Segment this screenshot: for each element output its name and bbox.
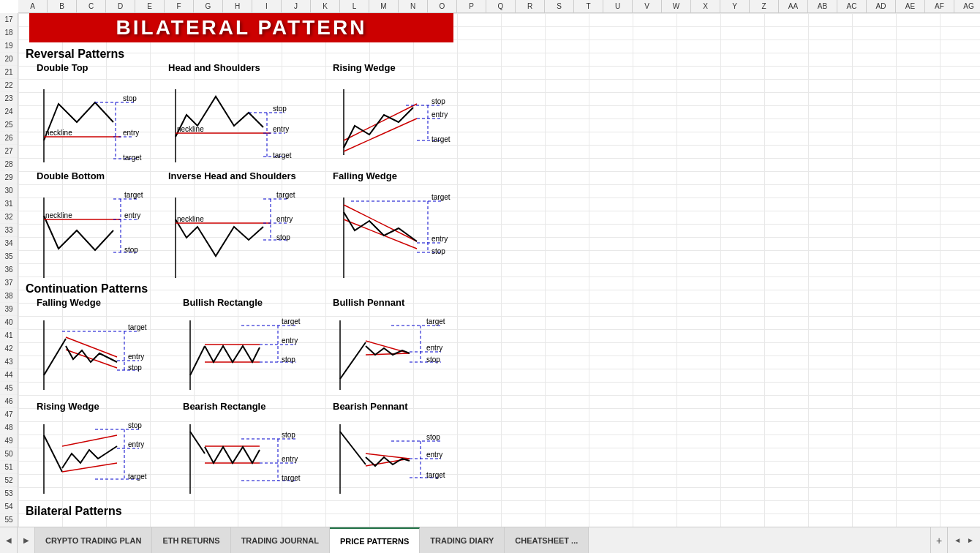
bearish-rect-group: Bearish Rectangle stop entry targe xyxy=(183,401,311,511)
col-ae[interactable]: AE xyxy=(896,0,925,12)
svg-line-117 xyxy=(366,454,410,459)
bilateral-label: Bilateral Patterns xyxy=(26,505,122,517)
continuation-section-header: Continuation Patterns xyxy=(26,282,148,296)
col-d[interactable]: D xyxy=(106,0,135,12)
svg-line-96 xyxy=(62,463,117,472)
col-i[interactable]: I xyxy=(252,0,282,12)
tab-eth-returns[interactable]: ETH RETURNS xyxy=(152,527,230,553)
svg-text:target: target xyxy=(276,191,295,199)
svg-line-61 xyxy=(44,339,66,375)
head-shoulders-title: Head and Shoulders xyxy=(168,62,300,73)
bullish-rect-group: Bullish Rectangle target entry sto xyxy=(183,297,311,407)
svg-text:entry: entry xyxy=(426,344,442,352)
col-p[interactable]: P xyxy=(457,0,486,12)
bullish-rect-title: Bullish Rectangle xyxy=(183,297,311,308)
tab-price-patterns[interactable]: PRICE PATTERNS xyxy=(330,527,420,553)
bullish-rect-svg: target entry stop xyxy=(183,309,311,405)
col-ad[interactable]: AD xyxy=(867,0,896,12)
tab-bar: ◀ ▶ CRYPTO TRADING PLAN ETH RETURNS TRAD… xyxy=(0,527,980,553)
tab-add-button[interactable]: + xyxy=(930,527,948,553)
col-j[interactable]: J xyxy=(282,0,311,12)
col-af[interactable]: AF xyxy=(925,0,954,12)
svg-text:stop: stop xyxy=(273,105,287,113)
tab-scroll-buttons: ◄ ► xyxy=(948,535,980,546)
svg-text:stop: stop xyxy=(282,356,295,364)
svg-text:entry: entry xyxy=(282,455,298,463)
col-o[interactable]: O xyxy=(428,0,457,12)
col-a[interactable]: A xyxy=(18,0,48,12)
falling-wedge-cont-group: Falling Wedge target entry stop xyxy=(37,297,157,407)
svg-text:target: target xyxy=(123,154,142,162)
col-s[interactable]: S xyxy=(545,0,574,12)
grid-background xyxy=(18,13,980,527)
col-b[interactable]: B xyxy=(48,0,77,12)
svg-text:stop: stop xyxy=(128,421,142,429)
tab-trading-journal[interactable]: TRADING JOURNAL xyxy=(231,527,330,553)
svg-text:stop: stop xyxy=(426,433,440,441)
banner-text: BILATERAL PATTERN xyxy=(116,16,367,40)
svg-text:entry: entry xyxy=(128,440,144,448)
col-c[interactable]: C xyxy=(77,0,106,12)
bearish-pennant-svg: stop entry target xyxy=(333,413,457,508)
double-top-title: Double Top xyxy=(37,62,154,73)
svg-line-62 xyxy=(66,337,117,357)
svg-text:neckline: neckline xyxy=(177,215,204,223)
col-q[interactable]: Q xyxy=(486,0,516,12)
tab-next-btn[interactable]: ▶ xyxy=(18,527,35,553)
bearish-pennant-title: Bearish Pennant xyxy=(333,401,457,412)
col-v[interactable]: V xyxy=(633,0,662,12)
col-r[interactable]: R xyxy=(516,0,545,12)
svg-text:entry: entry xyxy=(431,235,448,243)
col-e[interactable]: E xyxy=(135,0,165,12)
column-headers: A B C D E F G H I J K L M N O P Q R S T … xyxy=(18,0,980,13)
svg-line-116 xyxy=(340,432,366,464)
svg-text:entry: entry xyxy=(128,353,144,361)
col-t[interactable]: T xyxy=(574,0,603,12)
svg-text:target: target xyxy=(282,474,301,482)
tab-trading-diary[interactable]: TRADING DIARY xyxy=(420,527,505,553)
col-n[interactable]: N xyxy=(399,0,428,12)
tab-prev-btn[interactable]: ◀ xyxy=(0,527,18,553)
double-bottom-group: Double Bottom target entry stop neckline xyxy=(37,170,157,288)
col-y[interactable]: Y xyxy=(720,0,750,12)
col-m[interactable]: M xyxy=(369,0,399,12)
col-g[interactable]: G xyxy=(194,0,223,12)
svg-line-85 xyxy=(366,353,410,355)
col-w[interactable]: W xyxy=(662,0,691,12)
svg-text:neckline: neckline xyxy=(177,125,204,133)
rising-wedge-rev-svg: stop entry target xyxy=(333,75,457,170)
tab-cheatsheet[interactable]: CHEATSHEET ... xyxy=(505,527,589,553)
col-z[interactable]: Z xyxy=(750,0,779,12)
svg-line-105 xyxy=(190,432,205,454)
col-h[interactable]: H xyxy=(223,0,252,12)
col-u[interactable]: U xyxy=(603,0,633,12)
svg-text:entry: entry xyxy=(431,110,448,118)
rising-wedge-rev-title: Rising Wedge xyxy=(333,62,457,73)
col-ac[interactable]: AC xyxy=(837,0,867,12)
bullish-pennant-svg: target entry stop xyxy=(333,309,457,405)
svg-text:target: target xyxy=(431,135,451,143)
falling-wedge-cont-svg: target entry stop xyxy=(37,309,157,405)
inv-head-shoulders-svg: target entry stop neckline xyxy=(168,183,304,285)
svg-text:target: target xyxy=(431,193,451,201)
rising-wedge-rev-group: Rising Wedge stop entry target xyxy=(333,62,457,173)
svg-text:stop: stop xyxy=(128,364,142,372)
falling-wedge-rev-group: Falling Wedge target entry stop xyxy=(333,170,457,288)
col-k[interactable]: K xyxy=(311,0,340,12)
svg-text:stop: stop xyxy=(282,431,295,439)
tab-scroll-left[interactable]: ◄ xyxy=(951,535,964,546)
main-content: BILATERAL PATTERN Reversal Patterns Doub… xyxy=(18,13,980,527)
col-ag[interactable]: AG xyxy=(954,0,980,12)
bilateral-section-header: Bilateral Patterns xyxy=(26,505,122,518)
col-f[interactable]: F xyxy=(165,0,194,12)
svg-text:entry: entry xyxy=(123,129,139,137)
tab-crypto-trading-plan[interactable]: CRYPTO TRADING PLAN xyxy=(35,527,152,553)
tab-scroll-right[interactable]: ► xyxy=(964,535,977,546)
head-shoulders-group: Head and Shoulders stop entry target nec… xyxy=(168,62,300,173)
col-ab[interactable]: AB xyxy=(808,0,837,12)
col-x[interactable]: X xyxy=(691,0,720,12)
svg-text:entry: entry xyxy=(426,451,442,459)
col-aa[interactable]: AA xyxy=(779,0,808,12)
col-l[interactable]: L xyxy=(340,0,369,12)
svg-text:target: target xyxy=(282,317,301,326)
